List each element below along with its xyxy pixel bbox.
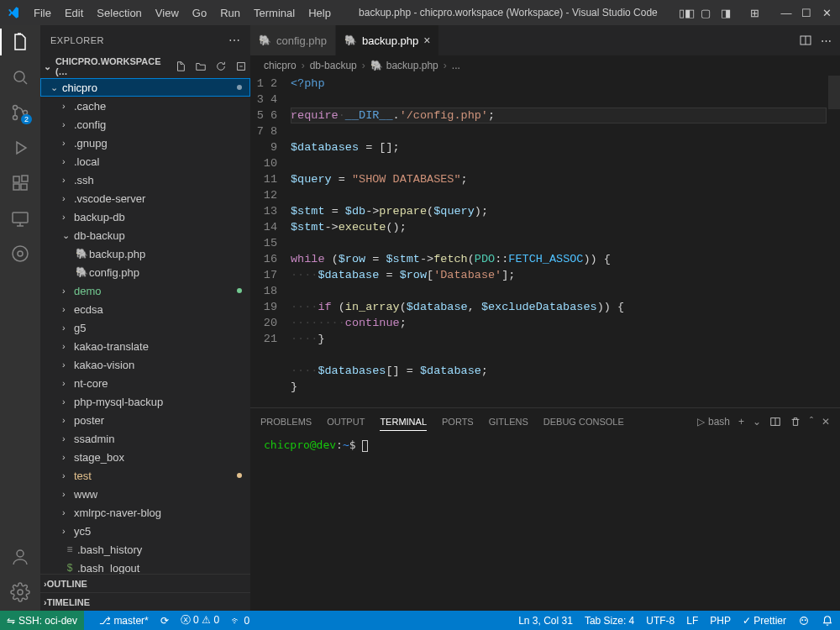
crumb[interactable]: backup.php [386, 60, 438, 71]
panel-tab-ports[interactable]: PORTS [442, 413, 474, 431]
folder-www[interactable]: ›www [40, 485, 250, 503]
remote-indicator[interactable]: ⇋ SSH: oci-dev [0, 611, 84, 630]
minimap-thumb[interactable] [828, 76, 840, 109]
menu-go[interactable]: Go [186, 3, 213, 23]
code-editor[interactable]: 1 2 3 4 5 6 7 8 9 10 11 12 13 14 15 16 1… [250, 76, 840, 407]
folder-stage_box[interactable]: ›stage_box [40, 448, 250, 466]
timeline-section[interactable]: › TIMELINE [40, 592, 250, 611]
crumb[interactable]: chicpro [264, 60, 297, 71]
folder-.cache[interactable]: ›.cache [40, 97, 250, 115]
new-folder-icon[interactable] [195, 60, 207, 72]
close-panel-icon[interactable]: ✕ [822, 416, 830, 428]
menu-help[interactable]: Help [302, 3, 338, 23]
folder-demo[interactable]: ›demo [40, 281, 250, 300]
remote-explorer-icon[interactable] [10, 208, 30, 228]
crumb[interactable]: ... [452, 60, 460, 71]
folder-kakao-vision[interactable]: ›kakao-vision [40, 355, 250, 374]
close-icon[interactable]: ✕ [820, 7, 833, 19]
terminal-shell[interactable]: ▷bash [697, 416, 730, 428]
workspace-row[interactable]: ⌄ CHICPRO.WORKSPACE (… [40, 55, 250, 78]
file-.bash_logout[interactable]: $.bash_logout [40, 559, 250, 574]
prettier-status[interactable]: ✓ Prettier [743, 615, 786, 627]
minimize-icon[interactable]: — [780, 7, 793, 19]
split-terminal-icon[interactable] [769, 416, 781, 428]
maximize-icon[interactable]: ☐ [800, 7, 813, 19]
panel-tab-output[interactable]: OUTPUT [327, 413, 365, 431]
gitlens-icon[interactable] [10, 244, 30, 264]
search-icon[interactable] [10, 67, 30, 87]
extensions-icon[interactable] [10, 173, 30, 193]
close-tab-icon[interactable]: × [423, 34, 430, 47]
account-icon[interactable] [10, 547, 30, 567]
refresh-icon[interactable] [215, 60, 227, 72]
encoding[interactable]: UTF-8 [646, 615, 675, 627]
scm-icon[interactable]: 2 [10, 102, 30, 123]
folder-php-mysql-backup[interactable]: ›php-mysql-backup [40, 392, 250, 411]
explorer-icon[interactable] [10, 32, 30, 52]
errors-warnings[interactable]: ⓧ 0 ⚠ 0 [181, 613, 219, 627]
split-editor-icon[interactable] [799, 34, 812, 47]
panel-tab-problems[interactable]: PROBLEMS [260, 413, 312, 431]
terminal-output[interactable]: chicpro@dev:~$ [250, 435, 840, 611]
folder-ecdsa[interactable]: ›ecdsa [40, 300, 250, 318]
menu-selection[interactable]: Selection [90, 3, 148, 23]
folder-yc5[interactable]: ›yc5 [40, 522, 250, 540]
menu-run[interactable]: Run [213, 3, 247, 23]
outline-section[interactable]: › OUTLINE [40, 574, 250, 592]
file-config.php[interactable]: 🐘config.php [40, 263, 250, 281]
folder-.config[interactable]: ›.config [40, 115, 250, 134]
ports-indicator[interactable]: ᯤ 0 [231, 615, 249, 627]
folder-.ssh[interactable]: ›.ssh [40, 171, 250, 189]
folder-.local[interactable]: ›.local [40, 152, 250, 171]
folder-poster[interactable]: ›poster [40, 411, 250, 429]
sync-icon[interactable]: ⟳ [160, 615, 169, 627]
folder-backup-db[interactable]: ›backup-db [40, 207, 250, 226]
menu-edit[interactable]: Edit [58, 3, 90, 23]
tab-config.php[interactable]: 🐘config.php [250, 25, 336, 55]
terminal-split-dropdown-icon[interactable]: ⌄ [753, 416, 761, 428]
new-file-icon[interactable] [175, 60, 186, 72]
crumb[interactable]: db-backup [310, 60, 357, 71]
layout-icon[interactable]: ▢ [699, 7, 712, 19]
folder-test[interactable]: ›test [40, 466, 250, 485]
feedback-icon[interactable] [798, 615, 810, 627]
menu-view[interactable]: View [149, 3, 186, 23]
folder-kakao-translate[interactable]: ›kakao-translate [40, 337, 250, 355]
language-mode[interactable]: PHP [710, 615, 731, 627]
eol[interactable]: LF [686, 615, 698, 627]
debug-icon[interactable] [10, 138, 30, 158]
code-content[interactable]: <?php require·__DIR__.'/config.php'; $da… [291, 76, 840, 407]
file-.bash_history[interactable]: ≡.bash_history [40, 540, 250, 559]
collapse-icon[interactable] [235, 60, 247, 72]
layout-icon[interactable]: ⊞ [748, 7, 761, 19]
folder-.vscode-server[interactable]: ›.vscode-server [40, 189, 250, 207]
layout-icon[interactable]: ◨ [719, 7, 732, 19]
more-icon[interactable]: ⋯ [821, 34, 832, 47]
panel-tab-debug-console[interactable]: DEBUG CONSOLE [543, 413, 624, 431]
breadcrumbs[interactable]: chicpro› db-backup› 🐘 backup.php› ... [250, 55, 840, 76]
new-terminal-icon[interactable]: + [738, 416, 744, 428]
layout-icon[interactable]: ▯◧ [679, 7, 692, 19]
notifications-icon[interactable] [822, 615, 833, 627]
panel-tab-terminal[interactable]: TERMINAL [380, 413, 427, 431]
more-icon[interactable]: ⋯ [228, 34, 241, 47]
menu-file[interactable]: File [27, 3, 58, 23]
maximize-panel-icon[interactable]: ˆ [810, 416, 813, 428]
trash-icon[interactable] [790, 416, 801, 428]
folder-xmlrpc-naver-blog[interactable]: ›xmlrpc-naver-blog [40, 503, 250, 522]
cursor-position[interactable]: Ln 3, Col 31 [518, 615, 573, 627]
folder-root[interactable]: ⌄ chicpro [40, 78, 250, 97]
minimap[interactable] [828, 76, 840, 407]
file-backup.php[interactable]: 🐘backup.php [40, 244, 250, 263]
folder-ssadmin[interactable]: ›ssadmin [40, 429, 250, 448]
settings-gear-icon[interactable] [10, 582, 30, 602]
folder-g5[interactable]: ›g5 [40, 318, 250, 337]
branch-indicator[interactable]: ⎇ master* [99, 615, 149, 627]
tab-backup.php[interactable]: 🐘backup.php× [336, 25, 439, 55]
panel-tab-gitlens[interactable]: GITLENS [489, 413, 528, 431]
menu-terminal[interactable]: Terminal [247, 3, 302, 23]
tab-size[interactable]: Tab Size: 4 [585, 615, 634, 627]
folder-.gnupg[interactable]: ›.gnupg [40, 134, 250, 152]
folder-db-backup[interactable]: ⌄db-backup [40, 226, 250, 244]
folder-nt-core[interactable]: ›nt-core [40, 374, 250, 392]
